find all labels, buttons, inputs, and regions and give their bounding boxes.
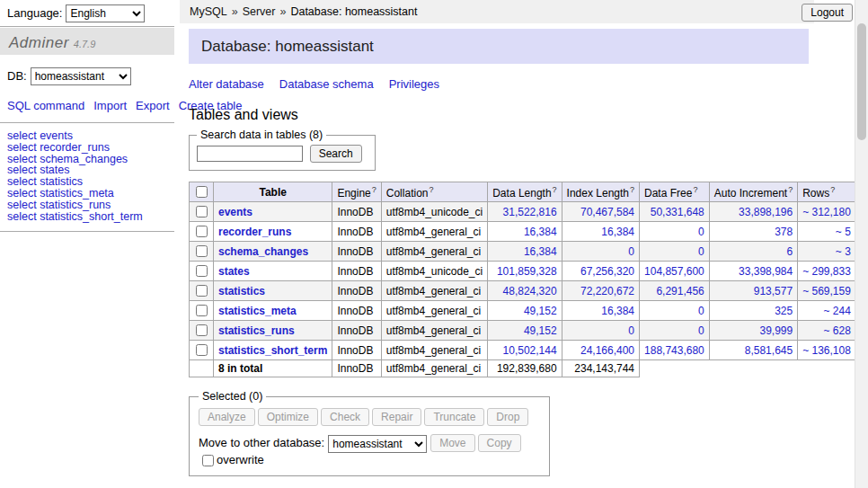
help-icon[interactable]: ?	[630, 185, 634, 194]
link-alter-database[interactable]: Alter database	[189, 77, 264, 91]
table-name-link[interactable]: recorder_runs	[218, 226, 291, 238]
help-icon[interactable]: ?	[788, 185, 793, 194]
table-name-link[interactable]: statistics_short_term	[218, 344, 327, 357]
auto-increment-link[interactable]: 39,999	[759, 324, 793, 337]
rows-link[interactable]: ~ 136,108	[802, 344, 851, 357]
move-button[interactable]: Move	[430, 434, 474, 452]
link-database-schema[interactable]: Database schema	[279, 77, 374, 91]
breadcrumb-link-server[interactable]: Server	[243, 5, 276, 18]
row-checkbox[interactable]	[196, 265, 208, 277]
rows-link[interactable]: ~ 628	[824, 324, 851, 337]
row-checkbox[interactable]	[196, 206, 208, 217]
data-length-link[interactable]: 16,384	[524, 245, 557, 258]
data-length-link[interactable]: 10,502,144	[503, 344, 557, 357]
db-select[interactable]: homeassistant	[31, 67, 131, 85]
move-db-select[interactable]: homeassistant	[328, 435, 427, 453]
engine-cell: InnoDB	[332, 202, 381, 222]
sidebar-link-sql-command[interactable]: SQL command	[7, 99, 84, 112]
data-length-link[interactable]: 49,152	[524, 324, 557, 337]
sidebar-link-import[interactable]: Import	[93, 99, 127, 112]
table-name-link[interactable]: events	[218, 206, 252, 218]
data-free-link[interactable]: 188,743,680	[644, 344, 704, 357]
copy-button[interactable]: Copy	[478, 434, 521, 452]
sidebar-item-select-recorder-runs[interactable]: select recorder_runs	[7, 142, 167, 154]
optimize-button[interactable]: Optimize	[258, 408, 318, 426]
rows-link[interactable]: ~ 244	[824, 305, 851, 317]
sidebar-item-select-statistics-short-term[interactable]: select statistics_short_term	[7, 211, 167, 223]
breadcrumb-link-mysql[interactable]: MySQL	[190, 5, 227, 18]
row-checkbox[interactable]	[196, 285, 208, 297]
data-free-link[interactable]: 104,857,600	[644, 265, 704, 278]
auto-increment-link[interactable]: 325	[775, 305, 793, 317]
data-length-link[interactable]: 101,859,328	[497, 265, 557, 278]
scrollbar-thumb[interactable]	[857, 23, 866, 140]
overwrite-label: overwrite	[217, 453, 264, 466]
help-icon[interactable]: ?	[429, 185, 433, 194]
auto-increment-link[interactable]: 33,898,196	[739, 206, 793, 218]
logout-button[interactable]: Logout	[802, 4, 853, 22]
help-icon[interactable]: ?	[693, 185, 697, 194]
rows-link[interactable]: ~ 312,180	[802, 206, 851, 218]
index-length-link[interactable]: 72,220,672	[580, 285, 634, 297]
help-icon[interactable]: ?	[553, 185, 557, 194]
scrollbar[interactable]	[855, 0, 868, 488]
index-length-link[interactable]: 0	[628, 245, 634, 258]
row-checkbox[interactable]	[196, 344, 208, 356]
table-name-link[interactable]: statistics	[218, 285, 265, 297]
data-free-link[interactable]: 50,331,648	[651, 206, 704, 218]
data-length-link[interactable]: 31,522,816	[503, 206, 557, 218]
link-privileges[interactable]: Privileges	[389, 77, 439, 91]
table-name-link[interactable]: statistics_meta	[218, 305, 297, 317]
row-checkbox[interactable]	[196, 226, 208, 237]
data-length-link[interactable]: 48,824,320	[503, 285, 557, 297]
auto-increment-link[interactable]: 33,398,984	[739, 265, 793, 278]
help-icon[interactable]: ?	[830, 185, 835, 194]
check-button[interactable]: Check	[321, 408, 369, 426]
data-free-link[interactable]: 0	[698, 245, 704, 258]
sidebar-link-export[interactable]: Export	[136, 99, 170, 112]
auto-increment-link[interactable]: 913,577	[754, 285, 793, 297]
auto-increment-cell: 378	[709, 222, 797, 242]
data-free-link[interactable]: 0	[698, 305, 704, 317]
rows-link[interactable]: ~ 5	[836, 226, 851, 238]
sidebar-table-links: select eventsselect recorder_runsselect …	[0, 123, 174, 232]
select-all-checkbox[interactable]	[196, 186, 208, 198]
table-name-link[interactable]: statistics_runs	[218, 324, 295, 337]
rows-link[interactable]: ~ 3	[836, 245, 851, 258]
index-length-link[interactable]: 24,166,400	[580, 344, 634, 357]
row-checkbox[interactable]	[196, 245, 208, 257]
table-row: eventsInnoDButf8mb4_unicode_ci31,522,816…	[190, 202, 868, 222]
data-free-link[interactable]: 6,291,456	[656, 285, 704, 297]
index-length-link[interactable]: 16,384	[601, 305, 634, 317]
drop-button[interactable]: Drop	[487, 408, 528, 426]
data-free-link[interactable]: 0	[698, 324, 704, 337]
auto-increment-link[interactable]: 378	[775, 226, 793, 238]
data-length-link[interactable]: 49,152	[524, 305, 557, 317]
truncate-button[interactable]: Truncate	[424, 408, 484, 426]
sidebar-item-select-statistics-meta[interactable]: select statistics_meta	[7, 188, 167, 200]
sidebar-item-select-events[interactable]: select events	[7, 130, 167, 142]
index-length-link[interactable]: 16,384	[601, 226, 634, 238]
data-free-link[interactable]: 0	[698, 226, 704, 238]
analyze-button[interactable]: Analyze	[199, 408, 255, 426]
search-input[interactable]	[197, 146, 303, 162]
search-button[interactable]: Search	[310, 145, 362, 163]
row-checkbox[interactable]	[196, 324, 208, 336]
help-icon[interactable]: ?	[372, 185, 376, 194]
index-length-link[interactable]: 67,256,320	[580, 265, 634, 278]
index-length-link[interactable]: 0	[628, 324, 634, 337]
language-select[interactable]: English	[66, 4, 145, 22]
auto-increment-link[interactable]: 8,581,645	[745, 344, 793, 357]
auto-increment-link[interactable]: 6	[786, 245, 793, 258]
data-free-cell: 0	[640, 222, 710, 242]
index-length-link[interactable]: 70,467,584	[580, 206, 634, 218]
rows-link[interactable]: ~ 569,159	[802, 285, 851, 297]
overwrite-checkbox[interactable]	[202, 455, 214, 466]
table-name-link[interactable]: states	[218, 265, 250, 278]
rows-link[interactable]: ~ 299,833	[802, 265, 851, 278]
data-length-link[interactable]: 16,384	[524, 226, 557, 238]
table-name-link[interactable]: schema_changes	[218, 245, 308, 258]
row-checkbox[interactable]	[196, 305, 208, 316]
repair-button[interactable]: Repair	[372, 408, 421, 426]
sidebar-item-select-statistics-runs[interactable]: select statistics_runs	[7, 200, 167, 211]
